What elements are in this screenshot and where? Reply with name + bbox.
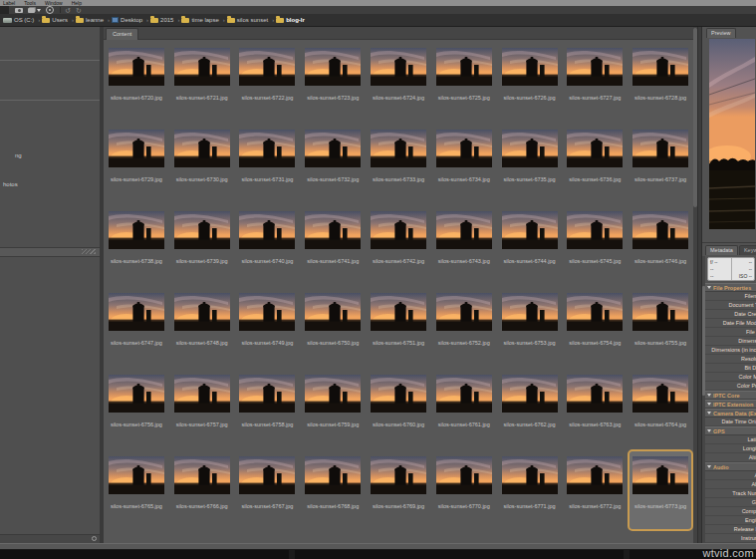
breadcrumb-item[interactable]: Desktop	[112, 14, 142, 26]
thumbnail-cell[interactable]: silos-sunset-6760.jpg	[366, 368, 431, 449]
favorites-item-clipped[interactable]: hotos	[3, 181, 18, 187]
favorites-item-clipped[interactable]: ng	[15, 152, 22, 158]
thumbnail-image	[502, 130, 558, 167]
thumbnail-cell[interactable]: silos-sunset-6738.jpg	[104, 204, 169, 286]
thumbnail-cell[interactable]: silos-sunset-6755.jpg	[628, 286, 693, 368]
thumbnail-cell[interactable]: silos-sunset-6763.jpg	[562, 368, 628, 449]
thumbnail-cell[interactable]: silos-sunset-6722.jpg	[235, 41, 301, 123]
thumbnail-cell[interactable]: silos-sunset-6758.jpg	[235, 368, 301, 449]
metadata-section-title: GPS	[713, 428, 725, 434]
thumbnail-image	[632, 375, 688, 413]
breadcrumb-item[interactable]: silos sunset	[227, 14, 268, 26]
thumbnail-cell[interactable]: silos-sunset-6754.jpg	[562, 286, 628, 368]
chevron-right-icon: ›	[272, 17, 274, 23]
thumbnail-cell[interactable]: silos-sunset-6741.jpg	[300, 204, 366, 286]
breadcrumb-item[interactable]: time lapse	[181, 14, 218, 26]
thumbnail-cell[interactable]: silos-sunset-6773.jpg	[628, 449, 693, 531]
thumbnail-cell[interactable]: silos-sunset-6768.jpg	[300, 449, 366, 531]
thumbnail-cell[interactable]: silos-sunset-6748.jpg	[169, 286, 235, 368]
thumbnail-cell[interactable]: silos-sunset-6742.jpg	[366, 204, 431, 286]
thumbnail-cell[interactable]: silos-sunset-6750.jpg	[300, 286, 366, 368]
metadata-section-header[interactable]: GPS	[705, 426, 756, 435]
thumbnail-cell[interactable]: silos-sunset-6759.jpg	[300, 368, 366, 449]
thumbnail-cell[interactable]: silos-sunset-6746.jpg	[628, 204, 693, 286]
breadcrumb-item[interactable]: 2015	[150, 14, 173, 26]
camera-import-button[interactable]	[15, 7, 23, 14]
thumbnail-cell[interactable]: silos-sunset-6749.jpg	[235, 286, 301, 368]
thumbnail-cell[interactable]: silos-sunset-6721.jpg	[169, 41, 235, 123]
thumbnail-cell[interactable]: silos-sunset-6772.jpg	[562, 449, 628, 531]
tab-content[interactable]: Content	[106, 28, 138, 40]
metadata-section-header[interactable]: IPTC Core	[705, 391, 756, 400]
breadcrumb-item[interactable]: blog-lr	[276, 14, 305, 26]
chevron-right-icon: ›	[108, 17, 110, 23]
thumbnail-cell[interactable]: silos-sunset-6733.jpg	[366, 123, 431, 204]
thumbnail-cell[interactable]: silos-sunset-6761.jpg	[431, 368, 497, 449]
thumbnail-cell[interactable]: silos-sunset-6766.jpg	[169, 449, 235, 531]
thumbnail-cell[interactable]: silos-sunset-6771.jpg	[497, 449, 563, 531]
tab-metadata[interactable]: Metadata	[705, 245, 738, 255]
refresh-icon[interactable]	[92, 536, 97, 541]
thumbnail-cell[interactable]: silos-sunset-6769.jpg	[366, 449, 431, 531]
metadata-list: File PropertiesFilenameDocument TypeDate…	[705, 283, 756, 559]
thumbnail-cell[interactable]: silos-sunset-6757.jpg	[169, 368, 235, 449]
thumbnail-cell[interactable]: silos-sunset-6729.jpg	[104, 123, 169, 204]
left-splitter[interactable]	[100, 26, 104, 543]
refine-button[interactable]	[28, 7, 41, 14]
camera-raw-button[interactable]	[46, 7, 54, 14]
thumbnail-image	[436, 130, 492, 167]
thumbnail-filename: silos-sunset-6757.jpg	[176, 421, 228, 427]
thumbnail-image	[174, 48, 230, 86]
thumbnail-filename: silos-sunset-6772.jpg	[569, 503, 621, 509]
thumbnail-cell[interactable]: silos-sunset-6765.jpg	[104, 449, 169, 531]
thumbnail-cell[interactable]: silos-sunset-6730.jpg	[169, 123, 235, 204]
panel-divider	[0, 60, 100, 61]
folder-icon	[181, 18, 189, 23]
metadata-field-label: Dimensions (in inches)	[705, 346, 756, 355]
metadata-section-header[interactable]: Audio	[705, 462, 756, 471]
thumbnail-cell[interactable]: silos-sunset-6764.jpg	[628, 368, 693, 449]
thumbnail-cell[interactable]: silos-sunset-6735.jpg	[497, 123, 563, 204]
thumbnail-cell[interactable]: silos-sunset-6734.jpg	[431, 123, 497, 204]
thumbnail-cell[interactable]: silos-sunset-6744.jpg	[497, 204, 563, 286]
thumbnail-cell[interactable]: silos-sunset-6726.jpg	[497, 41, 563, 123]
thumbnail-image	[109, 211, 164, 249]
rotate-left-button[interactable]: ↺	[65, 7, 71, 14]
right-splitter[interactable]	[697, 26, 702, 543]
thumbnail-cell[interactable]: silos-sunset-6732.jpg	[300, 123, 366, 204]
rotate-right-button[interactable]: ↻	[76, 7, 82, 14]
breadcrumb-item[interactable]: OS (C:)	[3, 14, 34, 26]
thumbnail-cell[interactable]: silos-sunset-6753.jpg	[497, 286, 563, 368]
thumbnail-image	[567, 48, 623, 86]
thumbnail-image	[436, 375, 492, 413]
metadata-section-header[interactable]: Camera Data (Exif)	[705, 409, 756, 418]
metadata-section-header[interactable]: File Properties	[705, 283, 756, 292]
thumbnail-cell[interactable]: silos-sunset-6720.jpg	[104, 41, 169, 123]
thumbnail-cell[interactable]: silos-sunset-6745.jpg	[562, 204, 628, 286]
chevron-down-icon	[707, 403, 711, 406]
thumbnail-cell[interactable]: silos-sunset-6739.jpg	[169, 204, 235, 286]
thumbnail-cell[interactable]: silos-sunset-6767.jpg	[235, 449, 301, 531]
thumbnail-cell[interactable]: silos-sunset-6723.jpg	[300, 41, 366, 123]
thumbnail-cell[interactable]: silos-sunset-6728.jpg	[628, 41, 693, 123]
thumbnail-cell[interactable]: silos-sunset-6727.jpg	[562, 41, 628, 123]
thumbnail-cell[interactable]: silos-sunset-6762.jpg	[497, 368, 563, 449]
thumbnail-cell[interactable]: silos-sunset-6770.jpg	[431, 449, 497, 531]
thumbnail-cell[interactable]: silos-sunset-6737.jpg	[628, 123, 693, 204]
thumbnail-cell[interactable]: silos-sunset-6756.jpg	[104, 368, 169, 449]
thumbnail-cell[interactable]: silos-sunset-6736.jpg	[562, 123, 628, 204]
thumbnail-cell[interactable]: silos-sunset-6752.jpg	[431, 286, 497, 368]
breadcrumb-item[interactable]: leanne	[76, 14, 104, 26]
thumbnail-cell[interactable]: silos-sunset-6731.jpg	[235, 123, 301, 204]
thumbnail-cell[interactable]: silos-sunset-6725.jpg	[431, 41, 497, 123]
thumbnail-cell[interactable]: silos-sunset-6751.jpg	[366, 286, 431, 368]
breadcrumb-item[interactable]: Users	[42, 14, 68, 26]
thumbnail-cell[interactable]: silos-sunset-6747.jpg	[104, 286, 169, 368]
thumbnail-cell[interactable]: silos-sunset-6743.jpg	[431, 204, 497, 286]
tab-preview[interactable]: Preview	[706, 28, 736, 38]
thumbnail-cell[interactable]: silos-sunset-6740.jpg	[235, 204, 301, 286]
thumbnail-cell[interactable]: silos-sunset-6724.jpg	[366, 41, 431, 123]
metadata-section-header[interactable]: IPTC Extension	[705, 400, 756, 409]
tab-keywords[interactable]: Keywords	[739, 245, 756, 255]
panel-splitter[interactable]	[0, 247, 100, 257]
